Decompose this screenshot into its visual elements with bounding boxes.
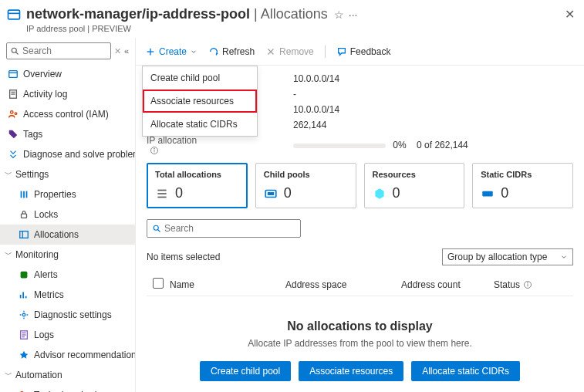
sidebar-item-tags[interactable]: Tags [0, 124, 135, 144]
diagnose-icon [8, 149, 19, 160]
group-by-select[interactable]: Group by allocation type [442, 248, 573, 265]
col-status[interactable]: Status [494, 279, 555, 290]
collapse-icon[interactable]: « [124, 46, 129, 56]
card-total-allocations[interactable]: Total allocations 0 [147, 163, 248, 208]
list-icon [155, 187, 169, 201]
advisor-icon [19, 350, 29, 360]
svg-point-45 [154, 225, 158, 230]
sidebar-item-allocations[interactable]: Allocations [0, 225, 135, 245]
svg-point-49 [528, 282, 528, 283]
search-icon [152, 224, 161, 233]
empty-title: No allocations to display [147, 319, 573, 333]
svg-point-9 [11, 111, 14, 114]
refresh-button[interactable]: Refresh [208, 46, 255, 57]
sidebar-group-monitoring[interactable]: ﹀Monitoring [0, 245, 135, 265]
sidebar-item-activity[interactable]: Activity log [0, 84, 135, 104]
empty-state: No allocations to display Allocate IP ad… [147, 296, 573, 389]
allocate-static-cidrs-item[interactable]: Allocate static CIDRs [143, 113, 257, 136]
kv-val-3: 10.0.0.0/14 [293, 104, 339, 115]
lock-icon [19, 209, 29, 220]
search-icon [10, 46, 19, 56]
sidebar-item-metrics[interactable]: Metrics [0, 285, 135, 305]
separator [325, 46, 326, 58]
create-button[interactable]: Create [145, 46, 197, 57]
sidebar-item-tasks[interactable]: Tasks (preview) [0, 385, 135, 392]
create-child-pool-item[interactable]: Create child pool [143, 66, 257, 90]
sidebar-item-diagsettings[interactable]: Diagnostic settings [0, 305, 135, 325]
allocate-static-cidrs-button[interactable]: Allocate static CIDRs [411, 361, 520, 381]
svg-rect-15 [20, 231, 29, 238]
resource-icon [6, 7, 22, 22]
svg-point-38 [154, 148, 155, 149]
favorite-icon[interactable]: ☆ [334, 8, 344, 21]
diagsettings-icon [19, 309, 29, 320]
select-all-checkbox[interactable] [153, 278, 164, 289]
empty-subtitle: Allocate IP addresses from the pool to v… [147, 338, 573, 349]
sidebar-item-overview[interactable]: Overview [0, 64, 135, 84]
svg-line-3 [16, 52, 19, 55]
sidebar-item-iam[interactable]: Access control (IAM) [0, 104, 135, 124]
feedback-button[interactable]: Feedback [336, 46, 391, 57]
column-headers: Name Address space Address count Status [147, 273, 573, 296]
pool-icon [264, 187, 278, 201]
card-static-cidrs[interactable]: Static CIDRs 0 [472, 163, 573, 208]
allocations-icon [19, 229, 29, 240]
sidebar-item-advisor[interactable]: Advisor recommendations [0, 345, 135, 365]
sidebar-item-diagnose[interactable]: Diagnose and solve problems [0, 144, 135, 164]
overview-icon [8, 69, 19, 79]
page-subtitle: IP address pool | PREVIEW [0, 24, 584, 38]
allocation-bar [293, 144, 386, 148]
tags-icon [8, 129, 19, 140]
list-search[interactable] [147, 219, 301, 238]
cube-icon [373, 187, 387, 201]
pin-icon[interactable]: ✕ [114, 46, 121, 56]
sidebar-group-settings[interactable]: ﹀Settings [0, 164, 135, 184]
sidebar-item-locks[interactable]: Locks [0, 204, 135, 225]
svg-point-21 [22, 313, 25, 316]
svg-rect-44 [483, 191, 494, 196]
kv-val-5: 0% 0 of 262,144 [293, 140, 468, 150]
chevron-down-icon [190, 48, 197, 56]
col-address-count[interactable]: Address count [401, 279, 494, 290]
sidebar-group-automation[interactable]: ﹀Automation [0, 365, 135, 385]
kv-key-5: IP allocation [147, 135, 293, 155]
card-child-pools[interactable]: Child pools 0 [255, 163, 356, 208]
create-child-pool-button[interactable]: Create child pool [200, 361, 291, 381]
kv-val-1: 10.0.0.0/14 [293, 73, 339, 84]
logs-icon [19, 329, 29, 340]
sidebar-item-logs[interactable]: Logs [0, 325, 135, 345]
iam-icon [8, 109, 19, 120]
metrics-icon [19, 289, 29, 300]
alerts-icon [19, 269, 29, 280]
sidebar-search-input[interactable] [22, 46, 107, 56]
sidebar: ✕ « Overview Activity log Access control… [0, 38, 136, 392]
associate-resources-item[interactable]: Associate resources [143, 90, 257, 113]
toolbar: Create Refresh Remove Feedback [136, 38, 584, 66]
list-search-input[interactable] [164, 223, 295, 234]
remove-button: Remove [265, 46, 314, 57]
kv-val-4: 262,144 [293, 120, 326, 130]
col-name[interactable]: Name [170, 279, 285, 290]
svg-point-10 [15, 113, 17, 115]
svg-line-46 [158, 230, 160, 232]
associate-resources-button[interactable]: Associate resources [299, 361, 403, 381]
sidebar-item-alerts[interactable]: Alerts [0, 265, 135, 285]
more-icon[interactable]: ··· [349, 8, 358, 21]
kv-val-2: - [293, 89, 296, 100]
chevron-down-icon [560, 253, 568, 261]
no-items-label: No items selected [147, 252, 220, 262]
sidebar-item-properties[interactable]: Properties [0, 184, 135, 204]
activity-icon [8, 89, 19, 100]
svg-point-2 [12, 48, 16, 52]
sidebar-search[interactable] [6, 42, 111, 59]
info-icon[interactable] [523, 280, 532, 289]
properties-icon [19, 189, 29, 200]
info-icon[interactable] [150, 146, 159, 155]
close-icon[interactable]: ✕ [565, 7, 575, 22]
svg-rect-14 [22, 214, 27, 218]
card-resources[interactable]: Resources 0 [364, 163, 465, 208]
svg-rect-4 [9, 71, 18, 78]
svg-rect-43 [268, 192, 273, 194]
svg-rect-0 [8, 10, 20, 19]
col-address-space[interactable]: Address space [285, 279, 401, 290]
